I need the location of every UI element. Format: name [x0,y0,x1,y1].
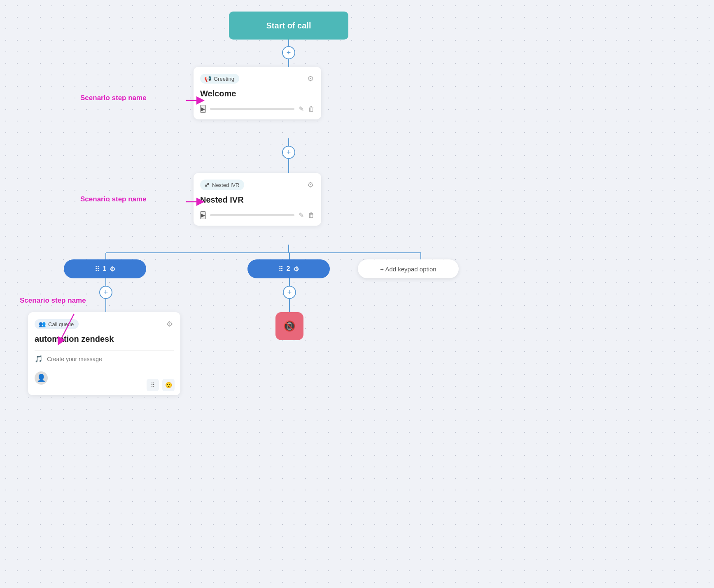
nested-ivr-gear-button[interactable]: ⚙ [306,180,315,190]
nested-ivr-badge-icon: ⤢ [204,181,210,189]
create-message-row[interactable]: 🎵 Create your message [35,350,174,367]
card-bottom-icons: ⠿ 🙂 [147,379,175,391]
nested-ivr-audio-track [210,214,294,216]
add-node-button-4[interactable]: + [283,286,296,299]
call-queue-badge-icon: 👥 [39,321,46,327]
add-node-button-2[interactable]: + [282,146,295,159]
call-queue-badge: 👥 Call queue [35,319,79,329]
call-queue-card-header: 👥 Call queue ⚙ [35,319,174,329]
add-node-button-3[interactable]: + [99,286,112,299]
greeting-step-card: 📢 Greeting ⚙ Welcome ▶ ✎ 🗑 [194,67,321,119]
nested-ivr-play-button[interactable]: ▶ [200,211,206,219]
start-of-call-node[interactable]: Start of call [229,12,348,40]
add-node-button-1[interactable]: + [282,46,295,59]
keypad-1-gear[interactable]: ⚙ [110,265,115,273]
greeting-audio-track [210,108,294,110]
greeting-badge: 📢 Greeting [200,74,239,84]
user-avatar: 👤 [35,371,48,385]
keypad-2-icon: ⠿ [278,265,283,273]
add-keypad-option-button[interactable]: + Add keypad option [358,259,459,278]
call-queue-badge-label: Call queue [48,321,74,327]
nested-ivr-badge-label: Nested IVR [212,182,239,188]
add-keypad-label: + Add keypad option [380,266,436,273]
call-queue-step-card: 👥 Call queue ⚙ automation zendesk 🎵 Crea… [28,312,180,395]
keypad-bottom-icon[interactable]: ⠿ [147,379,159,391]
greeting-badge-icon: 📢 [204,75,211,82]
nested-ivr-step-card: ⤢ Nested IVR ⚙ Nested IVR ▶ ✎ 🗑 [194,173,321,226]
nested-ivr-badge: ⤢ Nested IVR [200,180,244,190]
nested-ivr-card-header: ⤢ Nested IVR ⚙ [200,180,315,190]
annotation-3: Scenario step name [20,296,86,305]
keypad-option-1[interactable]: ⠿ 1 ⚙ [64,259,146,278]
greeting-play-button[interactable]: ▶ [200,105,206,113]
keypad-option-2[interactable]: ⠿ 2 ⚙ [247,259,330,278]
hangup-node[interactable]: 📵 [275,312,303,340]
annotation-1: Scenario step name [80,94,147,102]
greeting-gear-button[interactable]: ⚙ [306,73,315,84]
greeting-audio-bar: ▶ ✎ 🗑 [200,105,315,113]
start-of-call-label: Start of call [266,21,311,30]
emoji-bottom-icon[interactable]: 🙂 [162,379,175,391]
greeting-edit-button[interactable]: ✎ [299,105,304,113]
call-queue-step-name: automation zendesk [35,334,174,344]
call-queue-gear-button[interactable]: ⚙ [166,319,174,329]
greeting-step-name: Welcome [200,89,315,98]
keypad-1-number: 1 [103,265,107,273]
nested-ivr-edit-button[interactable]: ✎ [299,211,304,219]
nested-ivr-audio-bar: ▶ ✎ 🗑 [200,211,315,219]
nested-ivr-delete-button[interactable]: 🗑 [308,212,315,219]
keypad-2-gear[interactable]: ⚙ [293,265,299,273]
create-message-label: Create your message [47,356,102,362]
greeting-badge-label: Greeting [214,76,234,82]
nested-ivr-step-name: Nested IVR [200,195,315,205]
annotation-2: Scenario step name [80,195,147,203]
greeting-card-header: 📢 Greeting ⚙ [200,73,315,84]
keypad-1-icon: ⠿ [95,265,100,273]
hangup-icon: 📵 [283,320,296,332]
music-icon: 🎵 [35,355,43,363]
greeting-delete-button[interactable]: 🗑 [308,105,315,113]
keypad-2-number: 2 [287,265,290,273]
